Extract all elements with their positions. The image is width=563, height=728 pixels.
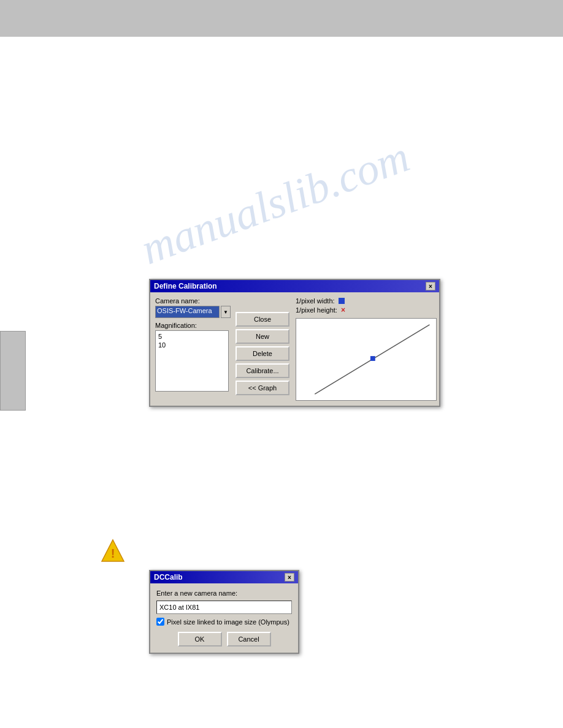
ok-button[interactable]: OK bbox=[178, 632, 222, 646]
magnification-label: Magnification: bbox=[155, 322, 231, 329]
pixel-width-row: 1/pixel width: bbox=[296, 297, 437, 305]
left-sidebar bbox=[0, 331, 26, 411]
dccalib-title-bar: DCCalib × bbox=[150, 571, 298, 583]
pixel-width-indicator bbox=[339, 298, 345, 304]
svg-text:!: ! bbox=[111, 547, 115, 560]
pixel-width-label: 1/pixel width: bbox=[296, 297, 335, 305]
calibration-left-panel: Camera name: OSIS-FW-Camera ▼ Magnificat… bbox=[155, 297, 231, 401]
pixel-size-label: Pixel size linked to image size (Olympus… bbox=[167, 618, 289, 626]
mag-item-10[interactable]: 10 bbox=[157, 341, 227, 349]
camera-name-label: Camera name: bbox=[155, 297, 231, 305]
calibrate-button[interactable]: Calibrate... bbox=[236, 363, 289, 378]
pixel-size-checkbox[interactable] bbox=[156, 618, 164, 626]
camera-select[interactable]: OSIS-FW-Camera bbox=[155, 306, 220, 318]
graph-button[interactable]: << Graph bbox=[236, 381, 289, 395]
calibration-right-panel: 1/pixel width: 1/pixel height: × bbox=[296, 297, 437, 401]
pixel-height-row: 1/pixel height: × bbox=[296, 306, 437, 314]
dccalib-buttons: OK Cancel bbox=[156, 632, 292, 646]
pixel-size-checkbox-row: Pixel size linked to image size (Olympus… bbox=[156, 618, 292, 626]
dccalib-close-x-button[interactable]: × bbox=[285, 573, 294, 582]
top-bar bbox=[0, 0, 563, 37]
dccalib-body: Enter a new camera name: Pixel size link… bbox=[150, 583, 298, 653]
watermark: manualslib.com bbox=[135, 131, 416, 275]
calibration-close-x-button[interactable]: × bbox=[426, 282, 435, 290]
pixel-info: 1/pixel width: 1/pixel height: × bbox=[296, 297, 437, 314]
dccalib-title: DCCalib bbox=[154, 573, 183, 582]
camera-name-row: OSIS-FW-Camera ▼ bbox=[155, 306, 231, 318]
cancel-button[interactable]: Cancel bbox=[227, 632, 271, 646]
camera-dropdown-arrow[interactable]: ▼ bbox=[221, 306, 231, 318]
dccalib-prompt-label: Enter a new camera name: bbox=[156, 590, 292, 597]
calibration-buttons-panel: Close New Delete Calibrate... << Graph bbox=[236, 297, 291, 401]
dccalib-dialog: DCCalib × Enter a new camera name: Pixel… bbox=[149, 570, 299, 654]
warning-icon: ! bbox=[100, 538, 126, 564]
camera-name-input[interactable] bbox=[156, 601, 292, 614]
calibration-title: Define Calibration bbox=[154, 282, 217, 290]
graph-area bbox=[296, 318, 437, 401]
calibration-title-bar: Define Calibration × bbox=[150, 280, 439, 292]
calibration-body: Camera name: OSIS-FW-Camera ▼ Magnificat… bbox=[150, 292, 439, 406]
delete-button[interactable]: Delete bbox=[236, 346, 289, 361]
define-calibration-dialog: Define Calibration × Camera name: OSIS-F… bbox=[149, 279, 440, 407]
new-button[interactable]: New bbox=[236, 329, 289, 344]
magnification-listbox[interactable]: 5 10 bbox=[155, 330, 229, 392]
pixel-height-indicator: × bbox=[341, 306, 345, 314]
close-button[interactable]: Close bbox=[236, 312, 289, 327]
pixel-height-label: 1/pixel height: bbox=[296, 306, 337, 314]
svg-rect-3 bbox=[370, 356, 375, 361]
mag-item-5[interactable]: 5 bbox=[157, 332, 227, 341]
